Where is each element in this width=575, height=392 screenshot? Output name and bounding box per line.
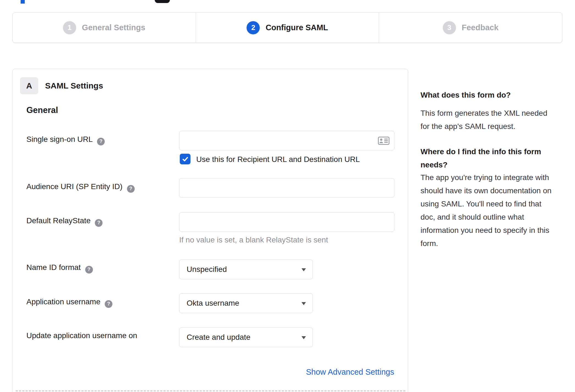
application-username-label: Application username? bbox=[26, 297, 112, 308]
step-feedback[interactable]: 3 Feedback bbox=[379, 13, 562, 43]
show-advanced-settings-link[interactable]: Show Advanced Settings bbox=[306, 368, 394, 377]
caret-down-icon bbox=[302, 302, 306, 305]
audience-uri-label: Audience URI (SP Entity ID)? bbox=[26, 182, 135, 193]
step-number-badge: 1 bbox=[63, 21, 76, 34]
step-label: Configure SAML bbox=[266, 23, 328, 32]
step-configure-saml[interactable]: 2 Configure SAML bbox=[196, 13, 379, 43]
saml-settings-panel: A SAML Settings General Single sign-on U… bbox=[12, 69, 408, 392]
section-a-badge: A bbox=[20, 77, 38, 94]
step-general-settings[interactable]: 1 General Settings bbox=[13, 13, 196, 43]
step-label: General Settings bbox=[82, 23, 145, 32]
recipient-url-checkbox-label: Use this for Recipient URL and Destinati… bbox=[196, 155, 360, 164]
section-title: SAML Settings bbox=[45, 81, 103, 90]
update-app-username-select[interactable]: Create and update bbox=[179, 327, 313, 347]
cropped-logo-fragment bbox=[21, 0, 25, 4]
help-icon[interactable]: ? bbox=[105, 300, 112, 308]
step-label: Feedback bbox=[462, 23, 499, 32]
help-question-2-title: Where do I find the info this form needs… bbox=[421, 145, 541, 172]
relay-state-label: Default RelayState? bbox=[26, 216, 103, 227]
recipient-url-checkbox[interactable] bbox=[180, 154, 190, 164]
checkmark-icon bbox=[182, 156, 189, 163]
help-icon[interactable]: ? bbox=[95, 219, 103, 227]
selected-value: Create and update bbox=[179, 333, 250, 342]
update-app-username-label: Update application username on bbox=[26, 331, 137, 340]
name-id-format-select[interactable]: Unspecified bbox=[179, 260, 313, 279]
help-icon[interactable]: ? bbox=[85, 266, 93, 274]
help-question-1-title: What does this form do? bbox=[421, 89, 511, 102]
application-username-select[interactable]: Okta username bbox=[179, 293, 313, 313]
name-id-format-label: Name ID format? bbox=[26, 263, 93, 274]
selected-value: Okta username bbox=[179, 299, 239, 308]
step-number-badge: 3 bbox=[443, 21, 456, 34]
help-icon[interactable]: ? bbox=[127, 185, 135, 193]
audience-uri-input[interactable] bbox=[179, 178, 394, 198]
help-question-2-body: The app you're trying to integrate with … bbox=[421, 171, 551, 250]
selected-value: Unspecified bbox=[179, 265, 227, 274]
section-dashed-divider bbox=[16, 390, 405, 391]
relay-state-helper-text: If no value is set, a blank RelayState i… bbox=[179, 236, 328, 244]
caret-down-icon bbox=[302, 336, 306, 339]
caret-down-icon bbox=[302, 268, 306, 271]
help-question-1-body: This form generates the XML needed for t… bbox=[421, 107, 547, 133]
relay-state-input[interactable] bbox=[179, 212, 394, 232]
wizard-stepper: 1 General Settings 2 Configure SAML 3 Fe… bbox=[12, 12, 562, 43]
sso-url-input-wrap bbox=[179, 131, 394, 150]
general-group-title: General bbox=[26, 105, 58, 115]
help-icon[interactable]: ? bbox=[97, 138, 105, 145]
cropped-app-icon-fragment bbox=[155, 0, 170, 3]
step-number-badge: 2 bbox=[247, 21, 260, 34]
sso-url-label: Single sign-on URL? bbox=[26, 135, 105, 145]
sso-url-input[interactable] bbox=[179, 131, 394, 150]
